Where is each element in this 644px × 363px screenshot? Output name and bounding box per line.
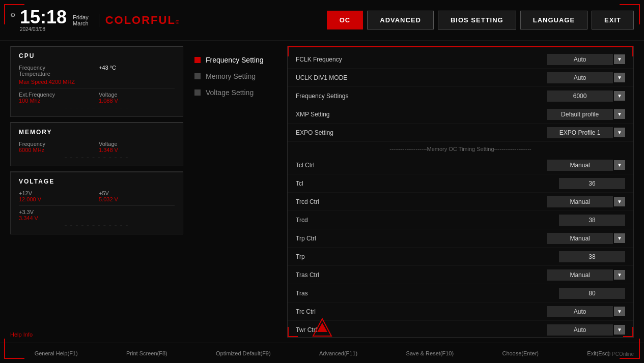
setting-value-trcd-ctrl: Manual▼ [547, 196, 625, 207]
setting-row-twr-ctrl[interactable]: Twr CtrlAuto▼ [288, 321, 633, 337]
value-box-trp: 38 [559, 251, 625, 262]
setting-name-tcl: Tcl [296, 180, 559, 187]
nav-advanced[interactable]: ADVANCED [367, 11, 434, 29]
corner-tr [620, 4, 640, 24]
setting-name-trcd: Trcd [296, 217, 559, 224]
setting-row-tras[interactable]: Tras80 [288, 284, 633, 302]
dropdown-arrow-frequency-settings[interactable]: ▼ [614, 91, 625, 101]
setting-name-xmp-setting: XMP Setting [296, 111, 547, 118]
setting-name-trc-ctrl: Trc Ctrl [296, 308, 547, 315]
cpu-ext-freq-label: Ext.Frequency [19, 92, 95, 98]
menu-dot-frequency [194, 57, 201, 63]
setting-row-xmp-setting[interactable]: XMP SettingDefault profile▼ [288, 105, 633, 124]
setting-row-uclk-div1-mode[interactable]: UCLK DIV1 MODEAuto▼ [288, 69, 633, 87]
setting-value-trc-ctrl: Auto▼ [547, 306, 625, 317]
value-box-tcl: 36 [559, 178, 625, 189]
cpu-card: CPU Frequency Temperature +43 °C Max Spe… [10, 46, 183, 117]
timing-section-divider: --------------------Memory OC Timing Set… [288, 142, 633, 156]
bottom-exit-esc[interactable]: Exit(Esc) [587, 350, 609, 356]
sidebar-menu: Frequency Setting Memory Setting Voltage… [189, 46, 281, 338]
dropdown-arrow-trp-ctrl[interactable]: ▼ [614, 233, 625, 243]
value-box-tras-ctrl: Manual [547, 269, 613, 281]
setting-row-tcl[interactable]: Tcl36 [288, 174, 633, 193]
memory-title: MEMORY [19, 129, 175, 136]
panel-corner-bl [288, 327, 298, 337]
setting-row-trp[interactable]: Trp38 [288, 248, 633, 266]
memory-card: MEMORY Frequency 6000 MHz Voltage 1.348 … [10, 122, 183, 166]
nav-buttons: OC ADVANCED BIOS SETTING LANGUAGE EXIT [327, 11, 634, 29]
sidebar-label-voltage: Voltage Setting [206, 88, 254, 97]
panel-corner-tr [623, 46, 633, 56]
sidebar-item-memory-setting[interactable]: Memory Setting [194, 72, 276, 80]
voltage-title: VOLTAGE [19, 178, 175, 185]
setting-name-expo-setting: EXPO Setting [296, 129, 547, 136]
bottom-save-reset[interactable]: Save & Reset(F10) [406, 350, 454, 356]
memory-voltage-value: 1.348 V [99, 147, 175, 153]
v12-label: +12V [19, 190, 95, 196]
setting-value-tras: 80 [559, 288, 625, 299]
settings-inner[interactable]: FCLK FrequencyAuto▼UCLK DIV1 MODEAuto▼Fr… [288, 46, 633, 337]
dropdown-arrow-trc-ctrl[interactable]: ▼ [614, 307, 625, 316]
cpu-temperature-value: +43 °C [99, 65, 175, 71]
dropdown-arrow-tcl-ctrl[interactable]: ▼ [614, 160, 625, 170]
value-box-twr-ctrl: Auto [547, 324, 613, 336]
dropdown-arrow-uclk-div1-mode[interactable]: ▼ [614, 73, 625, 82]
bottom-bar: General Help(F1)Print Screen(F8)Optimize… [0, 343, 644, 363]
setting-row-trc-ctrl[interactable]: Trc CtrlAuto▼ [288, 302, 633, 321]
nav-bios-setting[interactable]: BIOS SETTING [438, 11, 516, 29]
setting-value-fclk-frequency: Auto▼ [547, 54, 625, 65]
menu-dot-voltage [194, 89, 201, 96]
setting-name-tras: Tras [296, 290, 559, 297]
setting-row-trp-ctrl[interactable]: Trp CtrlManual▼ [288, 229, 633, 248]
nav-oc[interactable]: OC [327, 11, 363, 29]
panel-corner-tl [288, 46, 298, 56]
gear-icon: ⚙ [10, 12, 16, 19]
setting-row-tcl-ctrl[interactable]: Tcl CtrlManual▼ [288, 156, 633, 174]
svg-marker-1 [317, 323, 327, 332]
setting-row-expo-setting[interactable]: EXPO SettingEXPO Profile 1▼ [288, 124, 633, 142]
setting-value-uclk-div1-mode: Auto▼ [547, 72, 625, 83]
setting-row-frequency-settings[interactable]: Frequency Settings6000▼ [288, 87, 633, 105]
dropdown-arrow-xmp-setting[interactable]: ▼ [614, 109, 625, 119]
value-box-expo-setting: EXPO Profile 1 [547, 127, 613, 138]
cpu-wave: ~ ~ ~ ~ ~ ~ ~ ~ ~ ~ ~ ~ [19, 106, 175, 110]
nav-language[interactable]: LANGUAGE [520, 11, 587, 29]
bottom-print-screen[interactable]: Print Screen(F8) [126, 350, 167, 356]
setting-row-trcd-ctrl[interactable]: Trcd CtrlManual▼ [288, 193, 633, 211]
setting-row-trcd[interactable]: Trcd38 [288, 211, 633, 229]
setting-name-trcd-ctrl: Trcd Ctrl [296, 198, 547, 205]
sidebar-item-voltage-setting[interactable]: Voltage Setting [194, 88, 276, 97]
cpu-ext-freq-value: 100 Mhz [19, 98, 95, 104]
value-box-trc-ctrl: Auto [547, 306, 613, 317]
setting-row-fclk-frequency[interactable]: FCLK FrequencyAuto▼ [288, 50, 633, 69]
dropdown-arrow-expo-setting[interactable]: ▼ [614, 128, 625, 137]
setting-row-tras-ctrl[interactable]: Tras CtrlManual▼ [288, 266, 633, 284]
v12-value: 12.000 V [19, 196, 95, 202]
day-month: Friday March [73, 14, 89, 26]
dropdown-arrow-trcd-ctrl[interactable]: ▼ [614, 197, 625, 206]
sidebar-item-frequency-setting[interactable]: Frequency Setting [194, 56, 276, 64]
v33-value: 3.344 V [19, 215, 95, 221]
bottom-general-help[interactable]: General Help(F1) [35, 350, 78, 356]
cpu-frequency-label: Frequency [19, 65, 95, 71]
dropdown-arrow-tras-ctrl[interactable]: ▼ [614, 270, 625, 280]
bottom-optimized-default[interactable]: Optimized Default(F9) [216, 350, 271, 356]
memory-voltage-label: Voltage [99, 141, 175, 147]
bottom-choose-enter[interactable]: Choose(Enter) [502, 350, 539, 356]
time-display: 15:18 [20, 8, 67, 26]
menu-dot-memory [194, 73, 201, 79]
left-panel: CPU Frequency Temperature +43 °C Max Spe… [10, 46, 183, 338]
header: ⚙ 15:18 2024/03/08 Friday March COLORFUL… [0, 0, 644, 41]
setting-value-tcl: 36 [559, 178, 625, 189]
bottom-advanced[interactable]: Advanced(F11) [319, 350, 357, 356]
settings-panel: FCLK FrequencyAuto▼UCLK DIV1 MODEAuto▼Fr… [287, 46, 634, 338]
pc-online-label: © PCOnline [607, 351, 634, 357]
v5-value: 5.032 V [99, 196, 175, 202]
setting-value-xmp-setting: Default profile▼ [547, 109, 625, 120]
voltage-card: VOLTAGE +12V 12.000 V +5V 5.032 V +3.3V … [10, 171, 183, 234]
panel-corner-br [623, 327, 633, 337]
setting-value-expo-setting: EXPO Profile 1▼ [547, 127, 625, 138]
brand-logo: COLORFUL® [99, 14, 181, 27]
setting-value-trp-ctrl: Manual▼ [547, 233, 625, 244]
setting-value-twr-ctrl: Auto▼ [547, 324, 625, 336]
